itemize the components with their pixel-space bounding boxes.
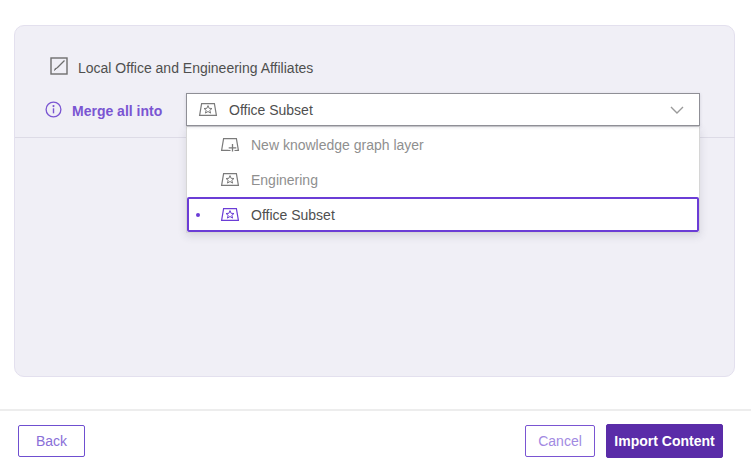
dropdown-option-label: Office Subset (251, 207, 335, 223)
info-icon (45, 101, 62, 122)
dropdown-option-office-subset[interactable]: Office Subset (187, 197, 699, 232)
dropdown-option-label: Enginering (251, 172, 318, 188)
merge-target-dropdown: New knowledge graph layer Enginering Off… (186, 126, 700, 233)
cancel-button[interactable]: Cancel (525, 425, 595, 457)
merge-target-combobox[interactable]: Office Subset (186, 93, 700, 126)
back-button[interactable]: Back (18, 425, 85, 457)
dropdown-option-enginering[interactable]: Enginering (187, 162, 699, 197)
knowledge-graph-layer-icon (220, 206, 240, 223)
import-content-button[interactable]: Import Content (606, 424, 723, 458)
selected-dot (196, 213, 200, 217)
selected-dot (196, 143, 200, 147)
dropdown-option-label: New knowledge graph layer (251, 137, 424, 153)
dropdown-option-new-knowledge-graph-layer[interactable]: New knowledge graph layer (187, 127, 699, 162)
combobox-selected-value: Office Subset (229, 102, 313, 118)
knowledge-graph-layer-icon (220, 171, 240, 188)
selected-dot (196, 178, 200, 182)
footer-divider (0, 409, 751, 411)
knowledge-graph-layer-icon (198, 101, 218, 118)
new-knowledge-graph-layer-icon (220, 136, 240, 153)
merge-all-into-label: Merge all into (72, 103, 162, 119)
chevron-down-icon (670, 106, 684, 114)
layer-sketch-icon (50, 57, 68, 79)
source-item-label: Local Office and Engineering Affiliates (78, 60, 313, 76)
